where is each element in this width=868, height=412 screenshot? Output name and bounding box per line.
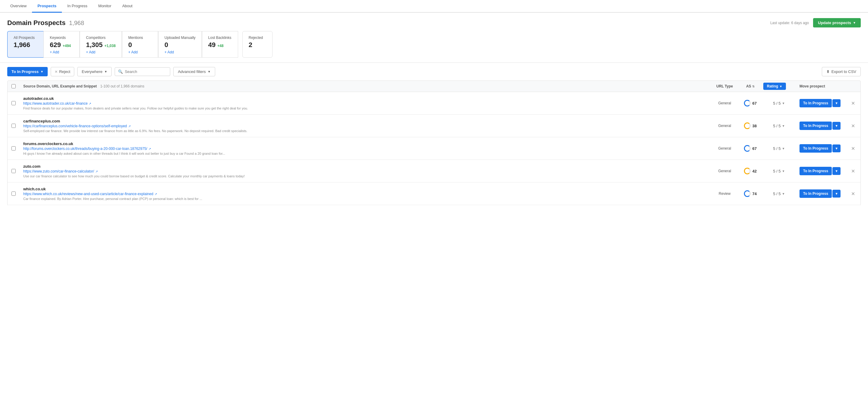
- close-button-0[interactable]: ✕: [851, 100, 855, 106]
- domain-link-1[interactable]: https://carfinanceplus.com/vehicle-finan…: [23, 124, 127, 128]
- domain-url-3[interactable]: https://www.zuto.com/car-finance-calcula…: [23, 169, 706, 173]
- rating-value-2: 5 / 5: [773, 146, 780, 151]
- table-container: Source Domain, URL Example and Snippet 1…: [0, 80, 868, 205]
- table-row: zuto.com https://www.zuto.com/car-financ…: [7, 160, 861, 182]
- tab-monitor[interactable]: Monitor: [93, 0, 117, 13]
- advanced-filters-button[interactable]: Advanced filters ▼: [173, 67, 215, 76]
- card-all-prospects[interactable]: All Prospects 1,966: [7, 31, 43, 58]
- search-input[interactable]: [125, 69, 167, 74]
- row-action-0: ✕: [845, 100, 861, 106]
- move-chevron-0[interactable]: ▼: [832, 99, 840, 107]
- reject-button[interactable]: ✕ Reject: [51, 67, 74, 76]
- tab-prospects[interactable]: Prospects: [32, 0, 62, 13]
- close-button-1[interactable]: ✕: [851, 123, 855, 129]
- move-chevron-3[interactable]: ▼: [832, 167, 840, 175]
- as-num-0: 67: [752, 101, 756, 106]
- card-mentions-label: Mentions: [128, 36, 152, 40]
- card-keywords[interactable]: Keywords 629 +494 + Add: [43, 31, 80, 58]
- row-select-3[interactable]: [11, 169, 16, 173]
- card-mentions-count: 0: [128, 41, 132, 49]
- card-uploaded[interactable]: Uploaded Manually 0 + Add: [158, 31, 202, 58]
- domain-url-4[interactable]: https://www.which.co.uk/reviews/new-and-…: [23, 192, 706, 196]
- row-domain-4: which.co.uk https://www.which.co.uk/revi…: [20, 187, 710, 201]
- row-select-0[interactable]: [11, 101, 16, 105]
- reject-x-icon: ✕: [55, 70, 58, 74]
- domain-snippet-2: Hi guys I know I've already asked about …: [23, 152, 265, 155]
- move-button-0[interactable]: To In Progress: [800, 99, 832, 107]
- close-button-4[interactable]: ✕: [851, 191, 855, 197]
- location-dropdown[interactable]: Everywhere ▼: [77, 67, 112, 76]
- domain-name-1: carfinanceplus.com: [23, 119, 706, 123]
- to-in-progress-label: To In Progress: [11, 69, 39, 74]
- domain-url-1[interactable]: https://carfinanceplus.com/vehicle-finan…: [23, 124, 706, 128]
- select-all-checkbox[interactable]: [11, 84, 16, 89]
- card-mentions[interactable]: Mentions 0 + Add: [122, 31, 158, 58]
- card-uploaded-count: 0: [164, 41, 168, 49]
- row-action-1: ✕: [845, 123, 861, 129]
- row-rating-2: 5 / 5 ▼: [761, 146, 797, 151]
- update-prospects-button[interactable]: Update prospects ▼: [813, 18, 861, 28]
- row-select-4[interactable]: [11, 192, 16, 196]
- card-rejected[interactable]: Rejected 2: [242, 31, 273, 58]
- th-move: Move prospect: [797, 81, 845, 92]
- rating-chevron-0[interactable]: ▼: [782, 102, 785, 105]
- rating-value-1: 5 / 5: [773, 124, 780, 128]
- row-checkbox-2[interactable]: [7, 146, 20, 150]
- card-keywords-add[interactable]: + Add: [50, 50, 73, 54]
- card-lost[interactable]: Lost Backlinks 49 +48: [202, 31, 238, 58]
- row-select-2[interactable]: [11, 146, 16, 150]
- move-chevron-4[interactable]: ▼: [832, 190, 840, 198]
- domain-url-0[interactable]: https://www.autotrader.co.uk/car-finance…: [23, 101, 706, 106]
- rating-chevron-1[interactable]: ▼: [782, 124, 785, 128]
- card-competitors-add[interactable]: + Add: [86, 50, 116, 54]
- card-competitors-label: Competitors: [86, 36, 116, 40]
- row-action-2: ✕: [845, 146, 861, 151]
- row-checkbox-1[interactable]: [7, 124, 20, 128]
- move-button-1[interactable]: To In Progress: [800, 122, 832, 130]
- row-select-1[interactable]: [11, 124, 16, 128]
- move-button-2[interactable]: To In Progress: [800, 144, 832, 152]
- row-checkbox-0[interactable]: [7, 101, 20, 105]
- rating-chevron-3[interactable]: ▼: [782, 170, 785, 173]
- card-competitors[interactable]: Competitors 1,305 +1,038 + Add: [80, 31, 122, 58]
- domain-link-4[interactable]: https://www.which.co.uk/reviews/new-and-…: [23, 192, 153, 196]
- card-mentions-add[interactable]: + Add: [128, 50, 152, 54]
- close-button-3[interactable]: ✕: [851, 168, 855, 174]
- search-box[interactable]: 🔍: [115, 67, 170, 76]
- table-row: forums.overclockers.co.uk http://forums.…: [7, 137, 861, 160]
- update-btn-label: Update prospects: [818, 21, 851, 25]
- rating-chevron-4[interactable]: ▼: [782, 192, 785, 196]
- as-sort-icon: ⇅: [752, 85, 754, 88]
- rating-sort-button[interactable]: Rating ▼: [763, 83, 786, 90]
- row-as-1: 38: [740, 123, 761, 129]
- tab-overview[interactable]: Overview: [5, 0, 32, 13]
- tab-about[interactable]: About: [117, 0, 138, 13]
- rating-chevron-2[interactable]: ▼: [782, 147, 785, 150]
- move-chevron-1[interactable]: ▼: [832, 122, 840, 130]
- last-update: Last update: 6 days ago: [770, 21, 809, 25]
- export-csv-button[interactable]: ⬆ Export to CSV: [822, 67, 861, 76]
- row-domain-2: forums.overclockers.co.uk http://forums.…: [20, 141, 710, 155]
- row-move-4: To In Progress ▼: [797, 190, 845, 198]
- to-in-progress-button[interactable]: To In Progress ▼: [7, 67, 48, 76]
- domain-link-0[interactable]: https://www.autotrader.co.uk/car-finance: [23, 101, 88, 106]
- table-rows: autotrader.co.uk https://www.autotrader.…: [7, 92, 861, 205]
- th-as[interactable]: AS ⇅: [740, 81, 761, 92]
- row-urltype-0: General: [710, 101, 740, 105]
- table-row: carfinanceplus.com https://carfinanceplu…: [7, 114, 861, 137]
- row-domain-1: carfinanceplus.com https://carfinanceplu…: [20, 119, 710, 133]
- close-button-2[interactable]: ✕: [851, 146, 855, 151]
- row-checkbox-4[interactable]: [7, 192, 20, 196]
- th-check[interactable]: [7, 81, 20, 92]
- move-chevron-2[interactable]: ▼: [832, 144, 840, 152]
- move-button-4[interactable]: To In Progress: [800, 190, 832, 198]
- tab-in-progress[interactable]: In Progress: [62, 0, 93, 13]
- row-checkbox-3[interactable]: [7, 169, 20, 173]
- card-uploaded-add[interactable]: + Add: [164, 50, 195, 54]
- move-button-3[interactable]: To In Progress: [800, 167, 832, 175]
- domain-url-2[interactable]: http://forums.overclockers.co.uk/threads…: [23, 146, 706, 151]
- domain-link-2[interactable]: http://forums.overclockers.co.uk/threads…: [23, 146, 147, 151]
- as-num-2: 67: [752, 146, 756, 151]
- domain-link-3[interactable]: https://www.zuto.com/car-finance-calcula…: [23, 169, 94, 173]
- table-row: autotrader.co.uk https://www.autotrader.…: [7, 92, 861, 114]
